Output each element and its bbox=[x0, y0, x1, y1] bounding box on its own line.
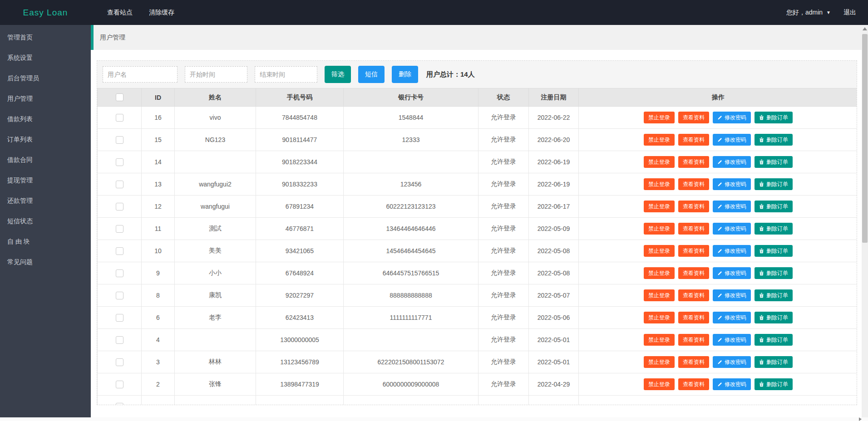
delete-orders-button[interactable]: 删除订单 bbox=[755, 245, 793, 257]
ban-login-button[interactable]: 禁止登录 bbox=[644, 156, 675, 168]
row-checkbox[interactable] bbox=[116, 181, 123, 188]
delete-button[interactable]: 删除 bbox=[392, 66, 418, 83]
delete-orders-button[interactable]: 删除订单 bbox=[755, 334, 793, 346]
breadcrumb: 用户管理 bbox=[100, 34, 125, 42]
row-checkbox[interactable] bbox=[116, 292, 123, 299]
change-password-button[interactable]: 修改密码 bbox=[713, 112, 751, 123]
change-password-button[interactable]: 修改密码 bbox=[713, 378, 751, 390]
row-card bbox=[344, 396, 478, 406]
sms-button[interactable]: 短信 bbox=[358, 66, 385, 83]
row-checkbox[interactable] bbox=[116, 136, 123, 144]
delete-orders-button[interactable]: 删除订单 bbox=[755, 112, 793, 123]
row-checkbox[interactable] bbox=[116, 358, 123, 366]
sidebar: 管理首页系统设置后台管理员用户管理借款列表订单列表借款合同提现管理还款管理短信状… bbox=[0, 25, 91, 417]
sidebar-item[interactable]: 用户管理 bbox=[0, 88, 91, 109]
delete-orders-button[interactable]: 删除订单 bbox=[755, 156, 793, 168]
logout-button[interactable]: 退出 bbox=[843, 9, 856, 17]
change-password-button[interactable]: 修改密码 bbox=[713, 356, 751, 368]
ban-login-button[interactable]: 禁止登录 bbox=[644, 112, 675, 123]
view-profile-button[interactable]: 查看资料 bbox=[678, 356, 709, 368]
view-profile-button[interactable]: 查看资料 bbox=[678, 223, 709, 235]
sidebar-item[interactable]: 短信状态 bbox=[0, 211, 91, 231]
username-input[interactable] bbox=[103, 66, 178, 83]
ban-login-button[interactable]: 禁止登录 bbox=[644, 312, 675, 323]
view-profile-button[interactable]: 查看资料 bbox=[678, 378, 709, 390]
vertical-scrollbar-thumb[interactable] bbox=[862, 34, 868, 243]
row-status: 允许登录 bbox=[478, 329, 529, 351]
row-checkbox[interactable] bbox=[116, 114, 123, 122]
sidebar-item[interactable]: 系统设置 bbox=[0, 48, 91, 68]
ban-login-button[interactable]: 禁止登录 bbox=[644, 134, 675, 146]
row-checkbox[interactable] bbox=[116, 381, 123, 388]
select-all-checkbox[interactable] bbox=[116, 93, 123, 101]
view-profile-button[interactable]: 查看资料 bbox=[678, 267, 709, 279]
view-profile-button[interactable]: 查看资料 bbox=[678, 289, 709, 301]
view-profile-button[interactable]: 查看资料 bbox=[678, 312, 709, 323]
delete-orders-button[interactable]: 删除订单 bbox=[755, 289, 793, 301]
view-profile-button[interactable]: 查看资料 bbox=[678, 134, 709, 146]
view-profile-button[interactable]: 查看资料 bbox=[678, 156, 709, 168]
delete-orders-button[interactable]: 删除订单 bbox=[755, 223, 793, 235]
sidebar-item[interactable]: 自 由 块 bbox=[0, 231, 91, 252]
row-checkbox[interactable] bbox=[116, 336, 123, 344]
scroll-up-arrow-icon[interactable] bbox=[863, 27, 867, 30]
row-checkbox[interactable] bbox=[116, 247, 123, 255]
sidebar-item[interactable]: 还款管理 bbox=[0, 191, 91, 211]
change-password-button[interactable]: 修改密码 bbox=[713, 245, 751, 257]
view-profile-button[interactable]: 查看资料 bbox=[678, 201, 709, 212]
change-password-button[interactable]: 修改密码 bbox=[713, 267, 751, 279]
delete-orders-button[interactable]: 删除订单 bbox=[755, 356, 793, 368]
ban-login-button[interactable]: 禁止登录 bbox=[644, 289, 675, 301]
sidebar-item[interactable]: 管理首页 bbox=[0, 27, 91, 48]
delete-orders-button[interactable]: 删除订单 bbox=[755, 267, 793, 279]
start-time-input[interactable] bbox=[185, 66, 247, 83]
sidebar-item[interactable]: 借款列表 bbox=[0, 109, 91, 129]
row-checkbox[interactable] bbox=[116, 225, 123, 233]
change-password-button[interactable]: 修改密码 bbox=[713, 312, 751, 323]
delete-orders-button[interactable]: 删除订单 bbox=[755, 134, 793, 146]
sidebar-item[interactable]: 常见问题 bbox=[0, 252, 91, 272]
change-password-button[interactable]: 修改密码 bbox=[713, 334, 751, 346]
filter-button[interactable]: 筛选 bbox=[325, 66, 351, 83]
view-profile-button[interactable]: 查看资料 bbox=[678, 334, 709, 346]
change-password-button[interactable]: 修改密码 bbox=[713, 178, 751, 190]
end-time-input[interactable] bbox=[255, 66, 317, 83]
view-profile-button[interactable]: 查看资料 bbox=[678, 178, 709, 190]
view-profile-button[interactable]: 查看资料 bbox=[678, 245, 709, 257]
pencil-icon bbox=[717, 315, 722, 320]
sidebar-item[interactable]: 后台管理员 bbox=[0, 68, 91, 88]
scroll-right-arrow-icon[interactable] bbox=[859, 417, 862, 421]
user-menu[interactable]: 您好，admin ▼ bbox=[786, 9, 831, 17]
nav-link-0[interactable]: 查看站点 bbox=[107, 9, 133, 17]
delete-orders-button[interactable]: 删除订单 bbox=[755, 378, 793, 390]
ban-login-button[interactable]: 禁止登录 bbox=[644, 378, 675, 390]
row-checkbox[interactable] bbox=[116, 269, 123, 277]
sidebar-item[interactable]: 订单列表 bbox=[0, 129, 91, 150]
row-checkbox[interactable] bbox=[116, 158, 123, 166]
change-password-button[interactable]: 修改密码 bbox=[713, 289, 751, 301]
delete-orders-button[interactable]: 删除订单 bbox=[755, 312, 793, 323]
row-name: 林林 bbox=[175, 351, 256, 373]
ban-login-button[interactable]: 禁止登录 bbox=[644, 334, 675, 346]
delete-orders-button[interactable]: 删除订单 bbox=[755, 178, 793, 190]
delete-orders-button[interactable]: 删除订单 bbox=[755, 201, 793, 212]
sidebar-item[interactable]: 借款合同 bbox=[0, 150, 91, 170]
ban-login-button[interactable]: 禁止登录 bbox=[644, 223, 675, 235]
row-checkbox[interactable] bbox=[116, 314, 123, 322]
nav-link-1[interactable]: 清除缓存 bbox=[149, 9, 174, 17]
change-password-button[interactable]: 修改密码 bbox=[713, 156, 751, 168]
change-password-button[interactable]: 修改密码 bbox=[713, 134, 751, 146]
view-profile-button[interactable]: 查看资料 bbox=[678, 112, 709, 123]
ban-login-button[interactable]: 禁止登录 bbox=[644, 178, 675, 190]
row-checkbox[interactable] bbox=[116, 403, 123, 405]
horizontal-scrollbar[interactable] bbox=[0, 417, 868, 421]
change-password-button[interactable]: 修改密码 bbox=[713, 201, 751, 212]
ban-login-button[interactable]: 禁止登录 bbox=[644, 356, 675, 368]
change-password-button[interactable]: 修改密码 bbox=[713, 223, 751, 235]
row-checkbox[interactable] bbox=[116, 203, 123, 210]
ban-login-button[interactable]: 禁止登录 bbox=[644, 267, 675, 279]
ban-login-button[interactable]: 禁止登录 bbox=[644, 245, 675, 257]
vertical-scrollbar[interactable] bbox=[862, 25, 868, 417]
ban-login-button[interactable]: 禁止登录 bbox=[644, 201, 675, 212]
sidebar-item[interactable]: 提现管理 bbox=[0, 170, 91, 191]
